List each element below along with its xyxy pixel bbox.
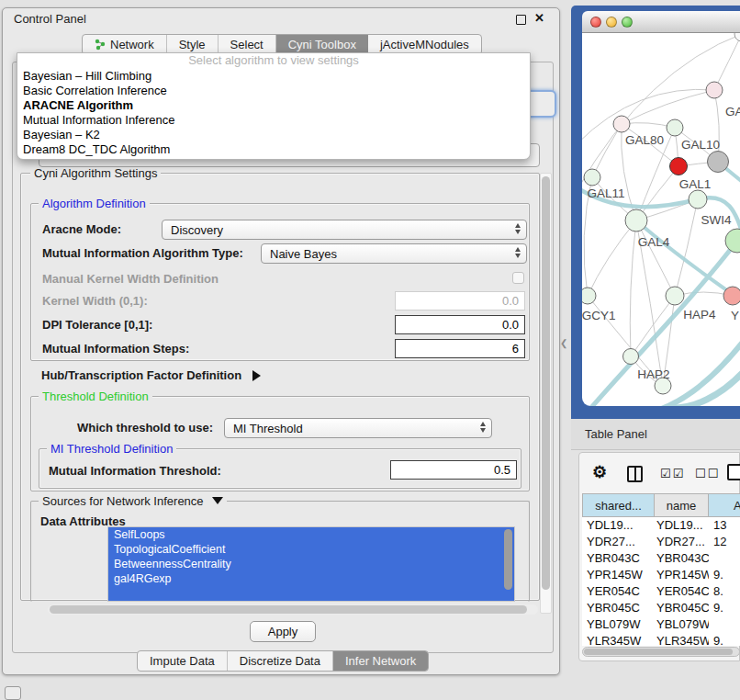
table-row[interactable]: YDR27... YDR27... 12 (582, 534, 740, 550)
dpi-tolerance-field[interactable]: 0.0 (395, 315, 525, 334)
table-row[interactable]: YER054C YER054C 8. (582, 583, 740, 600)
table-horizontal-scrollbar[interactable] (582, 647, 740, 657)
control-panel-title: Control Panel (14, 12, 86, 26)
node-gal4[interactable] (625, 209, 647, 231)
network-graph-icon (95, 39, 107, 51)
apply-button[interactable]: Apply (250, 621, 316, 642)
node-label: Y (731, 309, 739, 322)
dropdown-item[interactable]: Dream8 DC_TDC Algorithm (17, 142, 530, 157)
scrollbar-thumb[interactable] (50, 605, 527, 614)
tab-style[interactable]: Style (167, 35, 219, 54)
cyni-algorithm-settings-group: Cyni Algorithm Settings Algorithm Defini… (20, 173, 540, 601)
list-item[interactable]: SelfLoops (108, 527, 514, 542)
network-window-titlebar[interactable] (582, 11, 740, 33)
settings-vertical-scrollbar[interactable] (540, 173, 552, 614)
deselect-all-checkboxes-icon[interactable]: ☐☐ (695, 467, 720, 480)
aracne-mode-combo[interactable]: Discovery (162, 220, 527, 240)
which-threshold-combo[interactable]: MI Threshold (224, 418, 492, 438)
tab-impute-data[interactable]: Impute Data (138, 651, 228, 671)
dropdown-item-selected[interactable]: ARACNE Algorithm (17, 98, 530, 113)
gear-icon[interactable]: ⚙ (592, 462, 607, 482)
node-gal[interactable] (706, 82, 723, 98)
node-gray[interactable] (708, 152, 729, 173)
mi-threshold-label: Mutual Information Threshold: (49, 464, 221, 478)
dropdown-item[interactable]: Bayesian – K2 (17, 128, 530, 142)
column-header-name[interactable]: name (655, 493, 709, 517)
node-label: HAP4 (683, 308, 716, 322)
dropdown-placeholder: Select algorithm to view settings (17, 53, 530, 69)
data-attributes-list[interactable]: SelfLoops TopologicalCoefficient Between… (107, 526, 515, 602)
table-row[interactable]: YBR045C YBR045C 9. (582, 600, 740, 616)
column-header-partial[interactable]: A (709, 493, 740, 517)
tab-network[interactable]: Network (83, 35, 167, 54)
splitter-handle[interactable]: ❮ (560, 338, 567, 348)
kernel-width-label: Kernel Width (0,1): (42, 294, 148, 308)
control-panel-titlebar: Control Panel ✕ (3, 8, 559, 30)
node-hap2[interactable] (623, 349, 639, 365)
node-gcy1[interactable] (582, 288, 596, 304)
algorithm-definition-title: Algorithm Definition (39, 197, 150, 210)
dropdown-item[interactable]: Mutual Information Inference (17, 113, 530, 128)
manual-kernel-checkbox[interactable] (512, 272, 524, 284)
kernel-width-field[interactable]: 0.0 (395, 291, 525, 310)
node-gal1[interactable] (670, 158, 688, 175)
dropdown-item[interactable]: Basic Correlation Inference (17, 84, 530, 98)
node-gal10[interactable] (667, 119, 683, 136)
tab-cyni-toolbox[interactable]: Cyni Toolbox (276, 35, 368, 54)
table-row[interactable]: YLR345W YLR345W 9. (582, 633, 740, 646)
node-label: GAL1 (679, 177, 712, 191)
table-panel-body: ⚙ ☑☑ ☐☐ shared... name A YDL19... YDL19.… (578, 452, 740, 661)
node-swi4[interactable] (689, 190, 707, 209)
table-row[interactable]: YDL19... YDL19... 13 (582, 517, 740, 534)
zoom-traffic-light[interactable] (622, 17, 633, 28)
node-unlabeled[interactable] (734, 33, 740, 41)
dropdown-item[interactable]: Bayesian – Hill Climbing (17, 69, 530, 84)
list-item[interactable]: gal4RGexp (108, 571, 514, 586)
combo-arrows-icon (515, 247, 521, 258)
mi-threshold-field[interactable]: 0.5 (390, 460, 517, 480)
close-icon[interactable]: ✕ (534, 11, 544, 25)
network-canvas[interactable]: GAL GAL80 GAL10 GAL1 GAL11 SWI4 GAL4 GCY… (582, 33, 740, 406)
tab-jactivemnodules[interactable]: jActiveMNodules (368, 35, 481, 54)
select-all-checkboxes-icon[interactable]: ☑☑ (660, 467, 685, 480)
node-label: GCY1 (582, 309, 615, 322)
document-icon[interactable] (727, 464, 740, 480)
node-hap4[interactable] (666, 287, 684, 305)
settings-horizontal-scrollbar[interactable] (48, 604, 538, 615)
minimized-panel-icon[interactable] (5, 686, 21, 700)
node-label: SWI4 (701, 213, 731, 227)
table-row[interactable]: YBR043C YBR043C (582, 550, 740, 567)
node-gal11[interactable] (584, 169, 600, 186)
mi-threshold-definition-group: MI Threshold Definition Mutual Informati… (39, 448, 521, 489)
list-vertical-scrollbar[interactable] (504, 529, 512, 590)
minimize-traffic-light[interactable] (606, 17, 617, 28)
node-green-large[interactable] (725, 229, 740, 253)
column-header-shared-name[interactable]: shared... (582, 493, 655, 517)
node-label: GAL10 (681, 138, 720, 152)
node-gal80[interactable] (613, 116, 630, 132)
manual-kernel-label: Manual Kernel Width Definition (42, 272, 219, 286)
table-row[interactable]: YPR145W YPR145W 9. (582, 567, 740, 583)
list-item[interactable]: BetweennessCentrality (108, 557, 514, 571)
hub-definition-expander[interactable]: Hub/Transcription Factor Definition (41, 368, 261, 382)
mi-type-combo[interactable]: Naive Bayes (261, 243, 527, 264)
which-threshold-label: Which threshold to use: (77, 421, 213, 435)
tab-select[interactable]: Select (219, 35, 276, 54)
scrollbar-thumb[interactable] (542, 176, 550, 590)
table-row[interactable]: YBL079W YBL079W (582, 616, 740, 633)
combo-arrows-icon (480, 422, 486, 433)
node-salmon[interactable] (723, 287, 740, 305)
float-panel-icon[interactable] (516, 15, 526, 25)
mi-steps-label: Mutual Information Steps: (42, 342, 189, 356)
tab-discretize-data[interactable]: Discretize Data (228, 651, 333, 671)
mi-steps-field[interactable]: 6 (395, 339, 525, 358)
combo-arrows-icon (515, 223, 521, 234)
scrollbar-thumb[interactable] (584, 649, 733, 655)
column-layout-icon[interactable] (627, 466, 643, 482)
tab-infer-network[interactable]: Infer Network (333, 651, 428, 671)
table-header-row: shared... name A (582, 493, 740, 517)
list-item[interactable]: TopologicalCoefficient (108, 542, 514, 557)
close-traffic-light[interactable] (590, 17, 601, 28)
node-table: shared... name A YDL19... YDL19... 13 YD… (582, 493, 740, 646)
sources-group-title[interactable]: Sources for Network Inference (39, 494, 227, 508)
